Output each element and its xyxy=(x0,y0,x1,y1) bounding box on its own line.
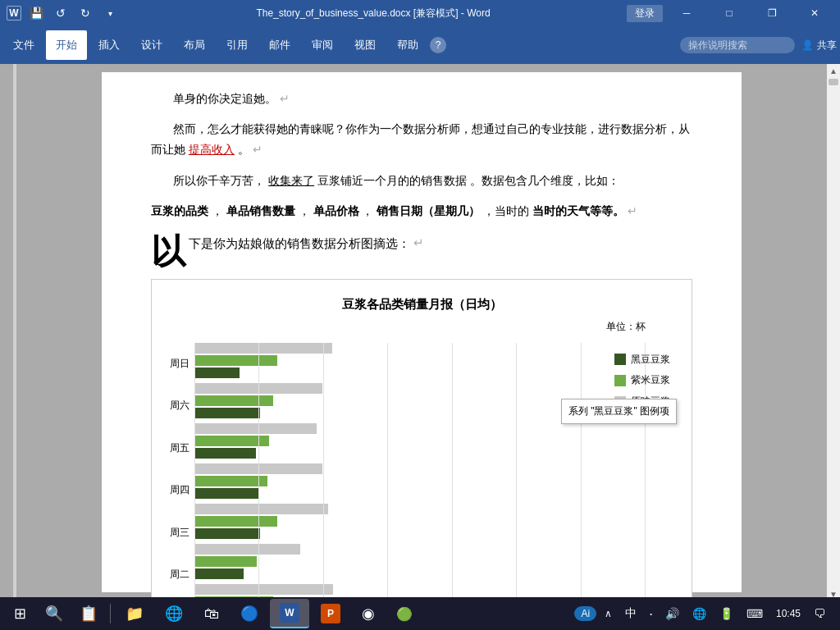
edge-icon: 🌐 xyxy=(165,605,183,623)
share-button[interactable]: 👤 共享 xyxy=(801,39,837,52)
tab-review[interactable]: 审阅 xyxy=(302,30,343,60)
link-increase-income[interactable]: 提高收入 xyxy=(189,143,235,156)
search-input[interactable] xyxy=(680,37,795,53)
word-taskbar-icon: W xyxy=(280,603,299,623)
ppt-taskbar-icon: P xyxy=(321,604,340,623)
legend-label-medium: 紫米豆浆 xyxy=(631,372,670,390)
chart-unit: 单位：杯 xyxy=(165,318,678,336)
chart-tooltip: 系列 "黑豆豆浆" 图例项 xyxy=(561,399,677,425)
right-scrollbar[interactable]: ▲ ▼ xyxy=(827,64,840,600)
para3-underline: 收集来了 xyxy=(268,174,314,187)
taskbar-file-explorer[interactable]: 📁 xyxy=(116,599,153,628)
undo-button[interactable]: ↺ xyxy=(51,3,71,23)
tab-references[interactable]: 引用 xyxy=(217,30,258,60)
tab-view[interactable]: 视图 xyxy=(345,30,386,60)
notification-dot[interactable]: • xyxy=(645,609,657,619)
word-icon: W xyxy=(7,6,21,21)
legend-label-dark: 黑豆豆浆 xyxy=(631,351,670,369)
para4-item-4: 销售日期（星期几） xyxy=(377,204,480,217)
search-button[interactable]: 🔍 xyxy=(38,599,71,628)
ribbon-search-area: 👤 共享 xyxy=(680,37,837,53)
ribbon: 文件 开始 插入 设计 布局 引用 邮件 审阅 视图 帮助 ? 👤 共享 xyxy=(0,26,840,64)
para4-item-2: 单品销售数量 xyxy=(226,204,295,217)
system-tray-expand[interactable]: ∧ xyxy=(600,606,617,621)
tab-layout[interactable]: 布局 xyxy=(174,30,215,60)
windows-taskbar: ⊞ 🔍 📋 📁 🌐 🛍 🔵 W P ◉ 🟢 Ai ∧ xyxy=(0,597,840,630)
large-char-yi: 以 xyxy=(151,235,185,269)
para2-indent xyxy=(151,122,170,135)
scroll-thumb[interactable] xyxy=(829,79,838,85)
para3-indent xyxy=(151,174,170,187)
login-button[interactable]: 登录 xyxy=(627,5,663,22)
y-label-4: 周三 xyxy=(165,524,189,542)
chart-title: 豆浆各品类销量月报（日均） xyxy=(165,293,678,315)
legend-color-medium xyxy=(614,375,626,386)
paragraph-2: 然而，怎么才能获得她的青睐呢？你作为一个数据分析师，想通过自己的专业技能，进行数… xyxy=(151,119,692,160)
taskbar-store[interactable]: 🛍 xyxy=(194,599,229,628)
title-bar-right: 登录 ─ □ ❐ ✕ xyxy=(627,0,833,26)
redo-button[interactable]: ↻ xyxy=(75,3,95,23)
tab-insert[interactable]: 插入 xyxy=(89,30,130,60)
tab-home[interactable]: 开始 xyxy=(46,30,87,60)
scroll-up-button[interactable]: ▲ xyxy=(827,64,840,77)
para5-rest: 下是你为姑娘做的销售数据分析图摘选： xyxy=(189,231,410,256)
para4-item-5: 当时的天气等等。 xyxy=(532,204,624,217)
taskbar-separator xyxy=(110,604,111,623)
input-method[interactable]: 中 xyxy=(620,605,641,623)
document-title: The_story_of_business_value.docx [兼容模式] … xyxy=(120,7,627,21)
battery-icon[interactable]: 🔋 xyxy=(714,605,738,622)
y-label-0: 周日 xyxy=(165,355,189,373)
system-clock[interactable]: 10:45 xyxy=(771,606,806,621)
tab-help[interactable]: 帮助 xyxy=(387,30,428,60)
taskbar-app4[interactable]: 🔵 xyxy=(231,599,268,628)
paragraph-4: 豆浆的品类 ， 单品销售数量 ， 单品价格 ， 销售日期（星期几） ，当时的 当… xyxy=(151,201,692,221)
file-explorer-icon: 📁 xyxy=(126,605,144,623)
more-icons[interactable]: ⌨ xyxy=(742,605,768,622)
left-ruler xyxy=(13,64,16,600)
title-bar: W 💾 ↺ ↻ ▾ The_story_of_business_value.do… xyxy=(0,0,840,26)
document-page[interactable]: 单身的你决定追她。 ↵ 然而，怎么才能获得她的青睐呢？你作为一个数据分析师，想通… xyxy=(102,72,742,592)
help-icon[interactable]: ? xyxy=(430,37,446,53)
chart-y-axis: 周日 周六 周五 周四 周三 周二 周一 xyxy=(165,343,194,600)
start-button[interactable]: ⊞ xyxy=(3,599,36,628)
document-area: 单身的你决定追她。 ↵ 然而，怎么才能获得她的青睐呢？你作为一个数据分析师，想通… xyxy=(0,64,840,600)
title-bar-left: W 💾 ↺ ↻ ▾ xyxy=(7,3,120,23)
left-margin xyxy=(0,64,16,600)
close-button[interactable]: ✕ xyxy=(796,0,833,26)
network-icon[interactable]: 🌐 xyxy=(687,605,711,622)
chart-gridlines xyxy=(194,343,646,600)
taskbar-edge[interactable]: 🌐 xyxy=(155,599,193,628)
task-view-button[interactable]: 📋 xyxy=(72,599,105,628)
taskbar-app8[interactable]: 🟢 xyxy=(386,599,422,628)
para4-item-1: 豆浆的品类 xyxy=(151,204,208,217)
y-label-5: 周二 xyxy=(165,566,189,584)
notification-button[interactable]: 🗨 xyxy=(809,605,830,622)
paragraph-5: 以 下是你为姑娘做的销售数据分析图摘选： ↵ xyxy=(151,231,692,269)
chrome-icon: ◉ xyxy=(362,605,375,623)
document-content: 单身的你决定追她。 ↵ 然而，怎么才能获得她的青睐呢？你作为一个数据分析师，想通… xyxy=(16,64,827,600)
taskbar-right: Ai ∧ 中 • 🔊 🌐 🔋 ⌨ 10:45 🗨 xyxy=(574,605,837,623)
legend-item-dark: 黑豆豆浆 xyxy=(614,351,670,369)
y-label-2: 周五 xyxy=(165,440,189,458)
volume-icon[interactable]: 🔊 xyxy=(660,605,684,622)
customize-button[interactable]: ▾ xyxy=(100,3,120,23)
ai-button[interactable]: Ai xyxy=(574,606,596,621)
taskbar-powerpoint[interactable]: P xyxy=(311,599,350,628)
tab-mailings[interactable]: 邮件 xyxy=(259,30,300,60)
tab-design[interactable]: 设计 xyxy=(131,30,172,60)
tab-file[interactable]: 文件 xyxy=(3,30,44,60)
chart-container[interactable]: 豆浆各品类销量月报（日均） 单位：杯 周日 周六 周五 周四 周三 周二 周一 xyxy=(151,279,692,600)
legend-item-medium[interactable]: 紫米豆浆 xyxy=(614,372,670,390)
maximize-button[interactable]: □ xyxy=(710,0,748,26)
restore-button[interactable]: ❐ xyxy=(753,0,791,26)
taskbar-chrome[interactable]: ◉ xyxy=(352,599,385,628)
y-label-1: 周六 xyxy=(165,397,189,415)
chart-body: 周日 周六 周五 周四 周三 周二 周一 xyxy=(165,343,678,600)
store-icon: 🛍 xyxy=(204,605,219,623)
person-icon: 👤 xyxy=(801,39,814,51)
minimize-button[interactable]: ─ xyxy=(668,0,705,26)
save-button[interactable]: 💾 xyxy=(26,3,46,23)
app4-icon: 🔵 xyxy=(240,605,258,623)
taskbar-word[interactable]: W xyxy=(270,599,309,628)
para4-item-3: 单品价格 xyxy=(313,204,359,217)
